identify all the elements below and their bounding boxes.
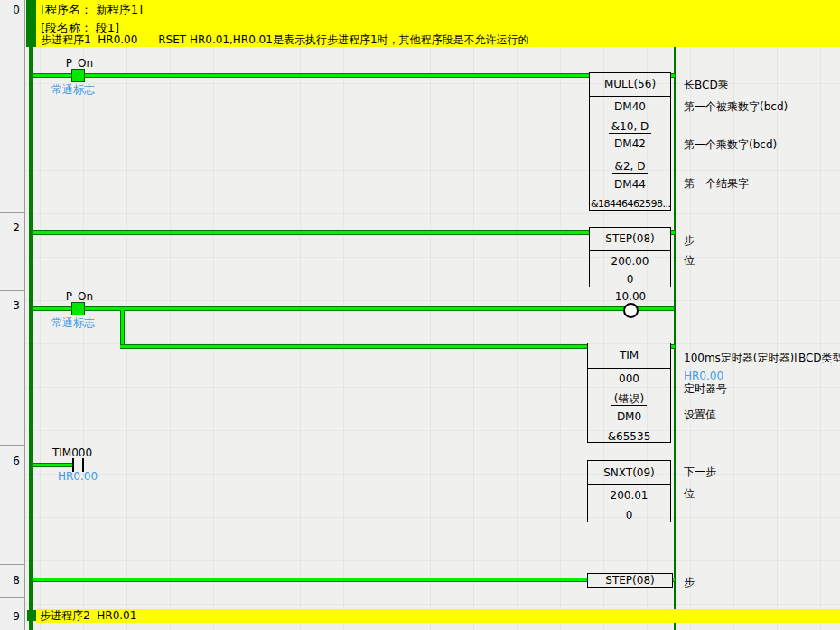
rung-comment-text: 步进程序1 HR0.00 RSET HR0.01,HR0.01是表示执行步进程序… — [41, 33, 529, 48]
rung3-contact-comment: 常通标志 — [51, 315, 95, 331]
instruction-title: TIM — [588, 343, 670, 369]
rung3-wire — [33, 306, 674, 311]
operand-value: 0 — [590, 273, 670, 286]
operand-value: &65535 — [588, 430, 670, 443]
operand-value: &18446462598... — [590, 198, 670, 211]
rung6-comment-1: 下一步 — [684, 465, 716, 480]
contact-p-on-icon[interactable] — [71, 69, 85, 82]
rung0-contact-label: P_On — [60, 57, 99, 70]
coil-10-00-icon[interactable] — [623, 303, 639, 318]
rung3-comment-3: 定时器号 — [684, 381, 727, 397]
rung-number: 0 — [0, 0, 24, 16]
rung6-contact-label: TIM000 — [50, 447, 95, 459]
rung6-comment-2: 位 — [684, 486, 695, 502]
operand-value: &2, D — [590, 160, 670, 173]
right-bus-bar — [674, 0, 676, 630]
rung-header-0[interactable]: 0 — [0, 0, 25, 213]
instruction-title: MULL(56) — [590, 73, 670, 97]
rung-header-3[interactable]: 3 — [0, 291, 25, 446]
rung-marker-icon — [26, 0, 36, 47]
rung2-comment-2: 位 — [684, 253, 695, 268]
operand[interactable]: DM44 — [590, 178, 670, 191]
rung6-wire-energized — [33, 463, 72, 467]
rung-marker-icon — [27, 610, 36, 621]
rung3-branch-vertical — [120, 310, 125, 346]
rung-header-9[interactable]: 9 — [0, 598, 25, 630]
rung-header-8[interactable]: 8 — [0, 565, 25, 598]
instruction-block-step[interactable]: STEP(08) 200.00 0 — [589, 227, 671, 287]
rung8-comment-1: 步 — [684, 575, 695, 590]
rung-comment-text: 步进程序2 HR0.01 — [40, 609, 136, 623]
rung2-right-stub — [671, 230, 675, 235]
rung-number: 9 — [0, 598, 24, 623]
rung0-comment-4: 第一个结果字 — [684, 176, 749, 192]
rung0-comment-1: 长BCD乘 — [684, 78, 729, 93]
rung3-comment-4: 设置值 — [684, 408, 716, 423]
rung0-wire — [33, 73, 589, 78]
instruction-block-snxt[interactable]: SNXT(09) 200.01 0 — [587, 460, 671, 522]
rung-number: 8 — [0, 565, 24, 587]
rung-comment-banner-bottom[interactable]: 步进程序2 HR0.01 — [36, 609, 840, 623]
rung0-right-stub — [671, 73, 675, 78]
operand[interactable]: 200.00 — [590, 255, 670, 268]
instruction-block-tim[interactable]: TIM 000 (错误) DM0 &65535 — [587, 343, 671, 443]
contact-p-on-icon[interactable] — [71, 302, 85, 315]
rung6-wire — [84, 465, 587, 465]
instruction-title: STEP(08) — [590, 228, 670, 251]
rung-number: 6 — [0, 446, 24, 467]
rung-number: 3 — [0, 291, 24, 312]
rung3-branch-wire — [120, 344, 587, 349]
rung0-comment-3: 第一个乘数字(bcd) — [684, 137, 777, 153]
ladder-canvas: 0 2 3 6 8 9 P_On 常通标志 MULL(56) DM40 &10,… — [0, 0, 840, 630]
operand[interactable]: DM40 — [590, 100, 670, 113]
coil-label: 10.00 — [608, 290, 653, 303]
rung-header-6[interactable]: 6 — [0, 446, 25, 522]
rung-number: 2 — [0, 213, 24, 234]
instruction-block-step-end[interactable]: STEP(08) — [587, 573, 673, 588]
rung-comment-banner-top[interactable]: [程序名 : 新程序1] [段名称 : 段1] 步进程序1 HR0.00 RSE… — [36, 0, 840, 47]
rung8-wire — [33, 578, 587, 582]
rung2-comment-1: 步 — [684, 233, 695, 249]
operand-value: 0 — [588, 509, 670, 522]
left-bus-bar — [29, 0, 33, 630]
instruction-title: STEP(08) — [605, 574, 654, 587]
program-name: [程序名 : 新程序1] — [41, 2, 143, 18]
instruction-title: SNXT(09) — [588, 461, 670, 485]
rung-header-2[interactable]: 2 — [0, 213, 25, 291]
operand[interactable]: DM42 — [590, 137, 670, 150]
rung0-contact-comment: 常通标志 — [51, 82, 95, 98]
rung0-comment-2: 第一个被乘数字(bcd) — [684, 99, 788, 115]
rung-header-7[interactable] — [0, 522, 25, 565]
rung2-wire — [33, 230, 589, 235]
instruction-block-mull[interactable]: MULL(56) DM40 &10, D DM42 &2, D DM44 &18… — [589, 72, 671, 211]
rung3-comment-1: 100ms定时器(定时器)[BCD类型] — [684, 351, 840, 366]
rung6-contact-comment: HR0.00 — [58, 470, 98, 483]
operand-value: (错误) — [588, 392, 670, 405]
rung6-right-stub — [671, 465, 674, 465]
operand[interactable]: DM0 — [588, 410, 670, 423]
rung3-contact-label: P_On — [60, 290, 99, 303]
operand-value: &10, D — [590, 120, 670, 133]
operand[interactable]: 000 — [588, 372, 670, 385]
rung3-comment-2: HR0.00 — [684, 370, 723, 382]
operand[interactable]: 200.01 — [588, 489, 670, 502]
rung3-right-stub — [671, 344, 675, 349]
